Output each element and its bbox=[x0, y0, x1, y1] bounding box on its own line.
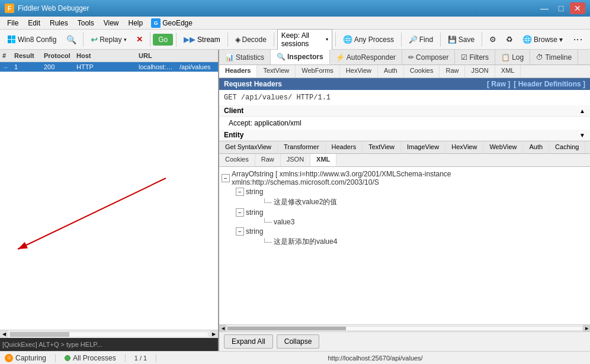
xml-child-2-line[interactable]: − string bbox=[236, 208, 588, 217]
xml-scroll-left-button[interactable]: ◀ bbox=[219, 325, 226, 332]
maximize-button[interactable]: □ bbox=[553, 2, 569, 14]
geoedge-label: GeoEdge bbox=[162, 19, 193, 27]
xml-tab-webview[interactable]: WebView bbox=[483, 141, 523, 153]
client-collapse-header[interactable]: Client ▲ bbox=[219, 105, 590, 117]
h-scroll-left-button[interactable]: ◀ bbox=[0, 330, 8, 339]
raw-link[interactable]: [ Raw ] bbox=[487, 80, 510, 88]
xml-expand-child-3[interactable]: − bbox=[236, 227, 244, 236]
tab-composer[interactable]: ✏ Composer bbox=[402, 50, 455, 65]
tab-autoresponder[interactable]: ⚡ AutoResponder bbox=[330, 50, 402, 65]
xml-tab-headers[interactable]: Headers bbox=[326, 141, 363, 153]
sub-tab-headers[interactable]: Headers bbox=[219, 65, 257, 78]
collapse-button[interactable]: Collapse bbox=[277, 334, 320, 349]
tab-composer-label: Composer bbox=[416, 53, 448, 62]
entity-collapse-header[interactable]: Entity ▼ bbox=[219, 130, 590, 141]
xml-scroll-track[interactable] bbox=[227, 326, 582, 331]
bottom-tab-cookies[interactable]: Cookies bbox=[219, 154, 255, 166]
stream-button[interactable]: ▶▶ Stream bbox=[179, 33, 225, 46]
menu-rules[interactable]: Rules bbox=[45, 18, 73, 28]
settings-button[interactable]: ⚙ bbox=[485, 33, 501, 46]
minimize-button[interactable]: — bbox=[537, 2, 552, 14]
tab-log[interactable]: 📋 Log bbox=[495, 50, 530, 65]
xml-tab-get-syntaxview[interactable]: Get SyntaxView bbox=[219, 141, 278, 153]
col-protocol-header[interactable]: Protocol bbox=[41, 51, 74, 60]
inspector-panel: Headers TextView WebForms HexView Auth C… bbox=[219, 65, 590, 351]
geoedge-logo[interactable]: G GeoEdge bbox=[148, 18, 196, 28]
sub-tab-xml[interactable]: XML bbox=[495, 65, 521, 78]
bottom-tab-xml[interactable]: XML bbox=[310, 154, 336, 166]
bottom-tab-json[interactable]: JSON bbox=[281, 154, 310, 166]
h-scroll-right-button[interactable]: ▶ bbox=[210, 330, 218, 339]
xml-connector-icon: └─ bbox=[262, 198, 272, 207]
menu-view[interactable]: View bbox=[99, 18, 124, 28]
tab-timeline[interactable]: ⏱ Timeline bbox=[530, 50, 578, 65]
sub-tab-auth[interactable]: Auth bbox=[378, 65, 404, 78]
xml-tab-imageview[interactable]: ImageView bbox=[401, 141, 445, 153]
col-hash-header[interactable]: # bbox=[0, 51, 12, 60]
separator-6 bbox=[335, 33, 336, 47]
replay-button[interactable]: ↩ Replay ▾ bbox=[86, 33, 130, 47]
xml-tab-hexview[interactable]: HexView bbox=[445, 141, 483, 153]
decode-button[interactable]: ◈ Decode bbox=[231, 33, 271, 46]
xml-view-tabs: Get SyntaxView Transformer Headers TextV… bbox=[219, 141, 590, 154]
xml-tab-caching[interactable]: Caching bbox=[549, 141, 585, 153]
col-host-header[interactable]: Host bbox=[74, 51, 136, 60]
xml-scroll-right-button[interactable]: ▶ bbox=[583, 325, 590, 332]
xml-child-3-line[interactable]: − string bbox=[236, 227, 588, 236]
xml-tree-area[interactable]: − ArrayOfstring [ xmlns:i=http://www.w3.… bbox=[219, 167, 590, 324]
header-definitions-link[interactable]: [ Header Definitions ] bbox=[514, 80, 585, 88]
any-process-label: Any Process bbox=[354, 36, 394, 44]
sub-tab-textview[interactable]: TextView bbox=[257, 65, 296, 78]
col-url-header[interactable]: URL bbox=[136, 51, 218, 60]
find-icon: 🔎 bbox=[409, 36, 418, 44]
xml-scroll-thumb bbox=[227, 327, 346, 330]
browse-label: Browse bbox=[534, 36, 557, 44]
keep-sessions-dropdown[interactable]: Keep: All sessions ▾ bbox=[277, 29, 332, 50]
xml-tab-auth[interactable]: Auth bbox=[523, 141, 549, 153]
browse-dropdown-icon: ▾ bbox=[559, 36, 563, 44]
search-button[interactable]: 🔍 bbox=[63, 33, 80, 47]
menu-edit[interactable]: Edit bbox=[23, 18, 45, 28]
menu-tools[interactable]: Tools bbox=[73, 18, 99, 28]
xml-child-1-line[interactable]: − string bbox=[236, 187, 588, 197]
xml-child-3: − string └─ 这是新添加的value4 bbox=[222, 227, 588, 247]
xml-tab-transformer[interactable]: Transformer bbox=[278, 141, 326, 153]
xml-expand-child-1[interactable]: − bbox=[236, 188, 244, 196]
tab-statistics[interactable]: 📊 Statistics bbox=[219, 50, 271, 65]
sub-tab-raw[interactable]: Raw bbox=[440, 65, 465, 78]
sub-tab-webforms[interactable]: WebForms bbox=[296, 65, 340, 78]
save-button[interactable]: 💾 Save bbox=[444, 33, 479, 46]
app-icon: F bbox=[5, 4, 14, 13]
status-url: http://localhost:25670/api/values/ bbox=[165, 355, 585, 362]
col-result-header[interactable]: Result bbox=[12, 51, 41, 60]
xml-expand-root[interactable]: − bbox=[222, 174, 230, 182]
xml-root-line[interactable]: − ArrayOfstring [ xmlns:i=http://www.w3.… bbox=[222, 169, 588, 187]
win8-config-button[interactable]: Win8 Config bbox=[2, 33, 62, 46]
section-header-links: [ Raw ] [ Header Definitions ] bbox=[487, 80, 585, 88]
xml-tab-textview[interactable]: TextView bbox=[363, 141, 401, 153]
table-row[interactable]: → 1 200 HTTP localhost:25670 /api/values bbox=[0, 62, 218, 72]
go-button[interactable]: Go bbox=[153, 34, 173, 46]
tab-filters[interactable]: ☑ Filters bbox=[455, 50, 495, 65]
decode-icon: ◈ bbox=[235, 36, 241, 44]
browse-button[interactable]: 🌐 Browse ▾ bbox=[518, 33, 567, 46]
recycle-button[interactable]: ♻ bbox=[502, 33, 517, 46]
search-icon: 🔍 bbox=[66, 35, 76, 44]
overflow-button[interactable]: ⋮ bbox=[568, 33, 588, 47]
stream-icon: ▶▶ bbox=[184, 35, 195, 44]
h-scroll-track[interactable] bbox=[9, 331, 209, 337]
menu-help[interactable]: Help bbox=[124, 18, 148, 28]
xml-expand-child-2[interactable]: − bbox=[236, 208, 244, 217]
tab-inspectors[interactable]: 🔍 Inspectors bbox=[271, 50, 330, 65]
sub-tab-json[interactable]: JSON bbox=[465, 65, 495, 78]
expand-all-button[interactable]: Expand All bbox=[224, 334, 273, 349]
bottom-tab-raw[interactable]: Raw bbox=[255, 154, 281, 166]
sub-tab-cookies[interactable]: Cookies bbox=[404, 65, 440, 78]
toolbar: Win8 Config 🔍 ↩ Replay ▾ ✕ Go ▶▶ Stream … bbox=[0, 30, 590, 50]
sub-tab-hexview[interactable]: HexView bbox=[340, 65, 378, 78]
remove-button[interactable]: ✕ bbox=[132, 33, 147, 46]
find-button[interactable]: 🔎 Find bbox=[405, 33, 437, 46]
close-button[interactable]: ✕ bbox=[570, 2, 585, 14]
menu-file[interactable]: File bbox=[2, 18, 23, 28]
any-process-button[interactable]: 🌐 Any Process bbox=[339, 33, 398, 46]
